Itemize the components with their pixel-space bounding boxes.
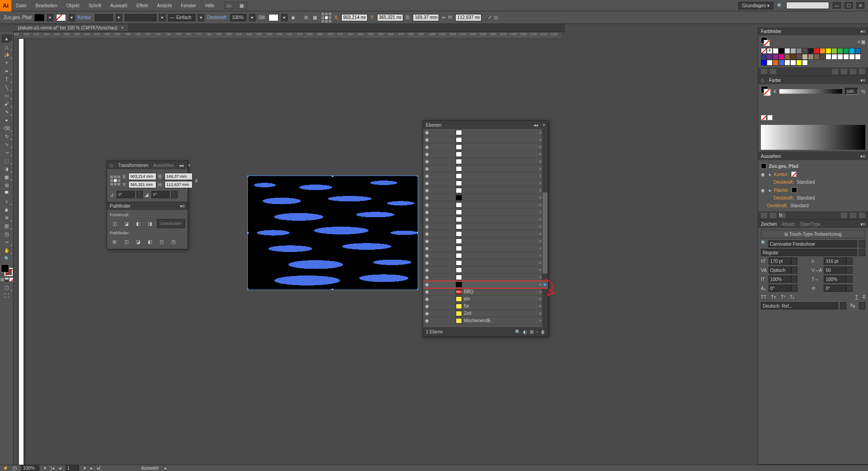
layer-row[interactable]: ◉○ <box>423 158 548 165</box>
tab-paragraph[interactable]: Absatz <box>782 222 796 227</box>
layer-row[interactable]: ◉○ <box>423 194 548 201</box>
layer-row[interactable]: ◉WochenendE○ <box>423 317 548 324</box>
reference-point-panel[interactable] <box>110 175 121 186</box>
minus-front-icon[interactable]: ◪ <box>122 219 131 228</box>
touch-type-button[interactable]: ⊞ Touch-Type-Textwerkzeug <box>761 230 865 238</box>
minimize-button[interactable]: — <box>833 2 841 9</box>
opacity-row-label-3[interactable]: Deckkraft: <box>767 203 788 208</box>
layer-row[interactable]: ◉○ <box>423 187 548 194</box>
stroke-weight-input[interactable] <box>95 14 113 21</box>
swatch[interactable] <box>796 60 802 66</box>
stroke-profile-dd[interactable]: ▾ <box>198 14 204 21</box>
menu-schrift[interactable]: Schrift <box>84 0 106 11</box>
shape-icon[interactable]: ▦ <box>312 15 318 20</box>
document-tab[interactable]: plakate-a1-vorne.ai* bei 100 % (CMYK/Vor… <box>14 24 128 31</box>
rectangle-tool[interactable]: ▭ <box>1 91 12 100</box>
swatch[interactable] <box>767 54 773 60</box>
leading-dd[interactable] <box>846 257 853 265</box>
swatch[interactable] <box>790 48 796 54</box>
layer-row[interactable]: ◉○ <box>423 129 548 136</box>
swatch-grid[interactable]: ⊕ <box>761 48 865 66</box>
baseline-dd[interactable] <box>791 285 797 292</box>
transform-panel-header[interactable]: ◇Transformieren Ausrichten ◂◂ × <box>107 161 188 169</box>
strikethrough-icon[interactable]: T <box>863 295 865 300</box>
vscale-input[interactable] <box>769 276 791 283</box>
swatch[interactable] <box>784 54 790 60</box>
tf-shear-input[interactable] <box>151 191 170 198</box>
stroke-row-label[interactable]: Kontur: <box>774 172 788 177</box>
vscale-dd[interactable] <box>791 276 797 283</box>
fill-dropdown[interactable]: ▾ <box>47 14 53 21</box>
new-sublayer-icon[interactable]: ⊞ <box>530 329 533 334</box>
rotate-tool[interactable]: ↻ <box>1 132 12 140</box>
visibility-icon[interactable]: ◉ <box>423 238 430 243</box>
swatch[interactable] <box>802 48 808 54</box>
visibility-icon[interactable]: ◉ <box>423 224 430 229</box>
isolate-icon[interactable]: ⊡ <box>494 15 498 20</box>
swatch[interactable] <box>778 54 784 60</box>
font-dd[interactable] <box>859 240 865 247</box>
delete-item-icon[interactable] <box>859 213 865 218</box>
swatch[interactable] <box>790 54 796 60</box>
layer-row[interactable]: ◉○ <box>423 143 548 151</box>
color-mode-icon[interactable] <box>0 278 4 281</box>
x-input[interactable] <box>341 14 368 21</box>
swatch[interactable] <box>820 48 826 54</box>
zoom-tool[interactable]: 🔍 <box>1 254 12 262</box>
swatch[interactable] <box>796 54 802 60</box>
layer-row[interactable]: ◉○ <box>423 238 548 245</box>
tab-pathfinder[interactable]: Pathfinder <box>110 204 131 209</box>
swatch[interactable] <box>855 54 861 60</box>
leading-input[interactable] <box>824 257 846 265</box>
draw-mode-icon[interactable]: ▢ <box>1 283 12 291</box>
fill-stroke-indicator[interactable] <box>1 264 13 276</box>
close-button[interactable]: ✕ <box>856 2 864 9</box>
align-icon[interactable]: ⊞ <box>303 15 309 20</box>
search-input[interactable] <box>786 2 829 9</box>
fill-row-label[interactable]: Fläche: <box>774 188 789 193</box>
prev-artboard-icon[interactable]: ◂ <box>59 466 61 471</box>
layer-row[interactable]: ◉ein○ <box>423 295 548 303</box>
none-mode-icon[interactable] <box>9 278 13 281</box>
layer-row[interactable]: ◉○ <box>423 136 548 143</box>
layer-row[interactable]: ◉○ <box>423 223 548 230</box>
tab-layers[interactable]: Ebenen <box>426 123 441 128</box>
swatch[interactable] <box>761 54 767 60</box>
blob-brush-tool[interactable]: ● <box>1 116 12 124</box>
crop-icon[interactable]: ◧ <box>145 237 154 246</box>
small-caps-icon[interactable]: Tᴛ <box>771 295 776 300</box>
layer-row[interactable]: ◉○ <box>423 151 548 158</box>
reference-point[interactable] <box>321 12 332 23</box>
expand-button[interactable]: Umwandeln <box>157 219 185 228</box>
stroke-dropdown[interactable]: ▾ <box>69 14 75 21</box>
panel-menu-icon[interactable]: ▾≡ <box>180 204 185 209</box>
visibility-icon[interactable]: ◉ <box>423 275 430 280</box>
layer-row[interactable]: ◉○ <box>423 252 548 259</box>
visibility-icon[interactable]: ◉ <box>423 152 430 157</box>
tf-x-input[interactable] <box>128 173 156 180</box>
swatch[interactable] <box>814 48 820 54</box>
tf-y-input[interactable] <box>128 181 156 188</box>
layers-list[interactable]: ◉○◉○◉○◉○◉○◉○◉○◉○◉○◉○◉○◉○◉○◉○◉○◉○◉○◉○◉○◉○… <box>423 129 548 327</box>
tracking-dd[interactable] <box>846 266 853 274</box>
tab-swatches[interactable]: Farbfelder <box>761 29 782 34</box>
layer-row[interactable]: ◉○ <box>423 165 548 172</box>
menu-ansicht[interactable]: Ansicht <box>152 0 176 11</box>
panel-menu-icon[interactable]: ▾≡ <box>860 222 865 227</box>
eyedropper-tool[interactable]: ⁊ <box>1 197 12 205</box>
style-dd[interactable]: ▾ <box>281 14 288 21</box>
new-layer-icon[interactable]: ▫ <box>536 329 538 334</box>
layer-row[interactable]: ◉BBQBBQ○ <box>423 288 548 295</box>
visibility-icon[interactable]: ◉ <box>423 202 430 207</box>
artboard-dd[interactable]: ▾ <box>84 466 86 471</box>
locate-object-icon[interactable]: 🔍 <box>515 329 520 334</box>
swatch[interactable] <box>843 48 849 54</box>
panel-close-icon[interactable]: × <box>542 123 545 128</box>
link-wh-icon[interactable]: ⇔ <box>442 15 445 20</box>
status-icon[interactable]: ◳ <box>13 466 17 471</box>
clear-appearance-icon[interactable] <box>841 213 847 218</box>
language-input[interactable] <box>761 302 838 309</box>
lasso-tool[interactable]: ⌖ <box>1 59 12 67</box>
slice-tool[interactable]: ✂ <box>1 238 12 246</box>
menu-auswahl[interactable]: Auswahl <box>106 0 132 11</box>
